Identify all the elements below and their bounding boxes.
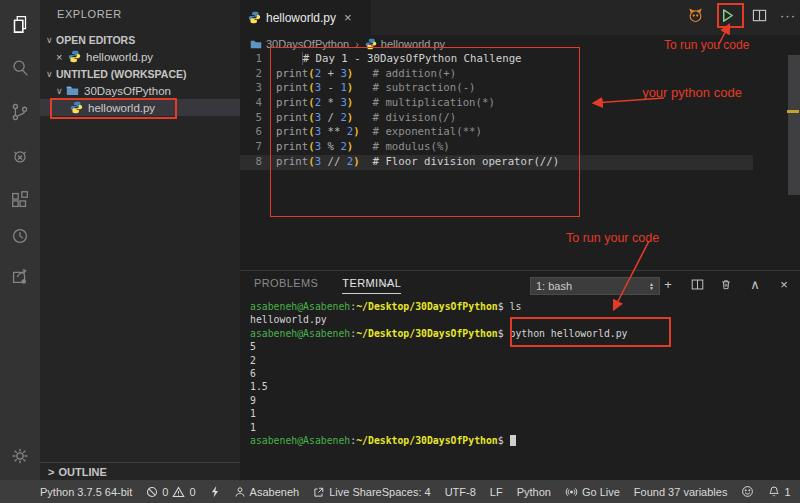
live-share-icon: [313, 486, 325, 498]
terminal-line: 6: [250, 367, 790, 380]
indentation-status[interactable]: Spaces: 4: [382, 486, 431, 498]
python-file-icon: [365, 38, 377, 50]
settings-gear-icon[interactable]: [0, 436, 40, 476]
terminal-line: 5: [250, 340, 790, 353]
sidebar-title: EXPLORER: [57, 8, 122, 20]
code-line[interactable]: 4print(2 * 3) # multiplication(*): [240, 96, 800, 111]
cat-extension-icon[interactable]: [684, 5, 706, 27]
code-line[interactable]: 2print(2 + 3) # addition(+): [240, 67, 800, 82]
editor-tab-bar: helloworld.py × ···: [240, 0, 800, 35]
panel-actions: + ∧ ×: [660, 276, 792, 292]
breadcrumb-separator: ›: [355, 38, 359, 50]
encoding-status[interactable]: UTF-8: [445, 486, 476, 498]
folder-icon: [66, 84, 79, 97]
more-actions-icon[interactable]: ···: [780, 8, 796, 23]
tab-problems[interactable]: PROBLEMS: [254, 277, 318, 294]
chevron-down-icon: ∨: [46, 35, 56, 45]
language-status[interactable]: Python: [517, 486, 551, 498]
code-line[interactable]: 7print(3 % 2) # modulus(%): [240, 140, 800, 155]
close-panel-icon[interactable]: ×: [776, 276, 792, 292]
select-stepper-icon: ▲▼: [649, 282, 654, 290]
code-time-icon[interactable]: [0, 216, 40, 256]
terminal-line: 2: [250, 354, 790, 367]
breadcrumb[interactable]: 30DaysOfPython › helloworld.py: [240, 35, 800, 52]
live-share-activity-icon[interactable]: [0, 256, 40, 296]
terminal-line: 1.5: [250, 380, 790, 393]
split-editor-icon[interactable]: [748, 5, 770, 27]
code-line[interactable]: 1 # Day 1 - 30DaysOfPython Challenge: [240, 52, 800, 67]
broadcast-icon: [565, 486, 578, 498]
python-file-icon: [68, 50, 81, 63]
terminal-line: asabeneh@Asabeneh:~/Desktop/30DaysOfPyth…: [250, 300, 790, 313]
overview-ruler-mark: [787, 110, 799, 113]
problems-status[interactable]: 0 0: [146, 486, 195, 498]
explorer-icon[interactable]: [0, 4, 40, 44]
outline-header[interactable]: > OUTLINE: [40, 462, 240, 480]
vscode-window: EXPLORER ∨ OPEN EDITORS × helloworld.py …: [0, 0, 800, 503]
bell-icon: [768, 485, 780, 498]
open-editor-filename: helloworld.py: [86, 51, 153, 63]
terminal-line: asabeneh@Asabeneh:~/Desktop/30DaysOfPyth…: [250, 327, 790, 340]
split-terminal-icon[interactable]: [689, 276, 705, 292]
code-editor[interactable]: 1 # Day 1 - 30DaysOfPython Challenge2pri…: [240, 52, 800, 270]
folder-item-30daysofpython[interactable]: ∨ 30DaysOfPython: [40, 82, 240, 99]
warning-icon: [172, 486, 185, 498]
error-icon: [146, 486, 158, 498]
lightning-icon[interactable]: [210, 485, 220, 498]
terminal-line: helloworld.py: [250, 313, 790, 326]
code-line[interactable]: 5print(3 / 2) # division(/): [240, 111, 800, 126]
kill-terminal-icon[interactable]: [718, 276, 734, 292]
source-control-icon[interactable]: [0, 92, 40, 132]
python-file-icon: [248, 11, 261, 24]
python-file-icon: [70, 101, 83, 114]
eol-status[interactable]: LF: [490, 486, 503, 498]
terminal[interactable]: asabeneh@Asabeneh:~/Desktop/30DaysOfPyth…: [250, 300, 790, 475]
shell-selector[interactable]: 1: bash ▲▼: [530, 277, 660, 295]
activity-bar: [0, 0, 40, 480]
chevron-right-icon: >: [48, 466, 54, 478]
tab-label: helloworld.py: [266, 11, 336, 25]
editor-actions: ···: [684, 0, 796, 31]
file-name: helloworld.py: [88, 102, 155, 114]
notifications-bell[interactable]: 1: [768, 485, 790, 498]
terminal-line: 1: [250, 421, 790, 434]
breadcrumb-file[interactable]: helloworld.py: [381, 38, 445, 50]
open-editor-item[interactable]: × helloworld.py: [40, 48, 240, 65]
bottom-panel: PROBLEMS TERMINAL ··· 1: bash ▲▼ + ∧ × a…: [240, 270, 800, 480]
variables-status[interactable]: Found 37 variables: [634, 486, 728, 498]
status-bar: Python 3.7.5 64-bit 0 0 Asabeneh Live Sh…: [0, 480, 800, 503]
search-icon[interactable]: [0, 48, 40, 88]
live-share-status[interactable]: Live Share: [313, 486, 382, 498]
tab-close-icon[interactable]: ×: [344, 10, 352, 25]
panel-more-icon[interactable]: ···: [380, 277, 395, 291]
maximize-panel-icon[interactable]: ∧: [747, 276, 763, 292]
folder-icon: [250, 38, 262, 50]
account-status[interactable]: Asabeneh: [234, 486, 300, 498]
python-interpreter-status[interactable]: Python 3.7.5 64-bit: [40, 486, 132, 498]
code-line[interactable]: 6print(3 ** 2) # exponential(**): [240, 125, 800, 140]
folder-name: 30DaysOfPython: [84, 85, 171, 97]
close-editor-icon[interactable]: ×: [56, 51, 68, 63]
debug-icon[interactable]: [0, 136, 40, 176]
person-icon: [234, 486, 246, 498]
terminal-line: 9: [250, 394, 790, 407]
terminal-line: asabeneh@Asabeneh:~/Desktop/30DaysOfPyth…: [250, 434, 790, 447]
workspace-header[interactable]: ∨ UNTITLED (WORKSPACE): [40, 65, 240, 82]
new-terminal-icon[interactable]: +: [660, 276, 676, 292]
chevron-down-icon: ∨: [56, 86, 66, 96]
terminal-line: 1: [250, 407, 790, 420]
chevron-down-icon: ∨: [46, 69, 56, 79]
run-button[interactable]: [716, 5, 738, 27]
go-live-status[interactable]: Go Live: [565, 486, 620, 498]
editor-scrollbar[interactable]: [788, 55, 800, 195]
tab-helloworld[interactable]: helloworld.py ×: [240, 0, 372, 35]
explorer-sidebar: EXPLORER ∨ OPEN EDITORS × helloworld.py …: [40, 0, 240, 480]
feedback-smiley-icon[interactable]: [741, 485, 754, 498]
file-item-helloworld[interactable]: helloworld.py: [40, 99, 240, 116]
extensions-icon[interactable]: [0, 180, 40, 220]
code-line[interactable]: 3print(3 - 1) # subtraction(-): [240, 81, 800, 96]
breadcrumb-folder[interactable]: 30DaysOfPython: [266, 38, 349, 50]
code-line[interactable]: 8print(3 // 2) # Floor division operator…: [240, 155, 800, 170]
open-editors-header[interactable]: ∨ OPEN EDITORS: [40, 31, 240, 48]
